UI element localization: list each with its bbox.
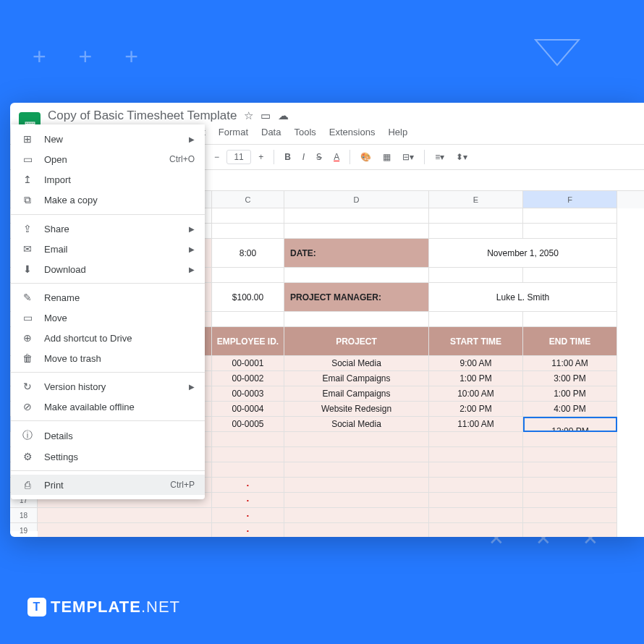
cell[interactable]: PROJECT (284, 327, 429, 356)
cell[interactable]: START TIME (429, 327, 523, 356)
cell[interactable] (212, 224, 284, 239)
borders-button[interactable]: ▦ (378, 149, 395, 165)
menu-item-print[interactable]: ⎙PrintCtrl+P (11, 475, 205, 495)
menu-item-share[interactable]: ⇪Share▶ (11, 219, 205, 239)
cell[interactable] (523, 447, 617, 462)
cell[interactable] (523, 508, 617, 523)
menu-item-add-shortcut-to-drive[interactable]: ⊕Add shortcut to Drive (11, 328, 205, 348)
date-label[interactable]: DATE: (284, 239, 429, 268)
menu-item-rename[interactable]: ✎Rename (11, 287, 205, 308)
col-header[interactable]: F (523, 191, 617, 208)
cell[interactable] (523, 268, 617, 283)
cell[interactable] (212, 208, 284, 224)
menu-item-move[interactable]: ▭Move (11, 308, 205, 328)
cell[interactable] (523, 208, 617, 224)
project-name[interactable]: Email Campaigns (284, 386, 429, 402)
menu-format[interactable]: Format (213, 124, 254, 140)
menu-item-move-to-trash[interactable]: 🗑Move to trash (11, 348, 205, 368)
cell[interactable] (212, 462, 284, 478)
cell[interactable] (212, 447, 284, 462)
employee-id[interactable]: 00-0002 (212, 371, 284, 386)
col-header[interactable]: C (212, 191, 284, 208)
cell[interactable] (284, 268, 429, 283)
row-header[interactable]: 18 (10, 508, 37, 523)
cell[interactable] (429, 462, 523, 478)
cell[interactable]: • (212, 493, 284, 508)
fill-color-button[interactable]: 🎨 (356, 149, 376, 165)
cell[interactable] (38, 523, 212, 537)
menu-item-download[interactable]: ⬇Download▶ (11, 259, 205, 279)
cell[interactable] (429, 478, 523, 493)
menu-extensions[interactable]: Extensions (323, 124, 381, 140)
cell[interactable] (429, 523, 523, 537)
cell[interactable] (212, 268, 284, 283)
cell[interactable] (284, 523, 429, 537)
cell[interactable] (38, 508, 212, 523)
cell[interactable] (284, 432, 429, 447)
menu-item-make-available-offline[interactable]: ⊘Make available offline (11, 397, 205, 417)
strikethrough-button[interactable]: S̶ (312, 149, 326, 165)
start-time[interactable]: 1:00 PM (429, 371, 523, 386)
menu-item-version-history[interactable]: ↻Version history▶ (11, 376, 205, 397)
align-button[interactable]: ≡▾ (431, 149, 449, 165)
start-time[interactable]: 2:00 PM (429, 402, 523, 417)
cell[interactable]: • (212, 523, 284, 537)
menu-tools[interactable]: Tools (288, 124, 321, 140)
cell[interactable] (429, 224, 523, 239)
menu-item-make-a-copy[interactable]: ⧉Make a copy (11, 190, 205, 211)
end-time[interactable]: 1:00 PM (523, 386, 617, 402)
start-time[interactable]: 10:00 AM (429, 386, 523, 402)
cell[interactable] (429, 493, 523, 508)
date-value[interactable]: November 1, 2050 (429, 239, 617, 268)
menu-item-open[interactable]: ▭OpenCtrl+O (11, 149, 205, 169)
cell[interactable] (429, 208, 523, 224)
cell[interactable] (284, 224, 429, 239)
cell[interactable] (284, 478, 429, 493)
end-time[interactable]: 4:00 PM (523, 402, 617, 417)
cell[interactable]: • (212, 508, 284, 523)
cell[interactable] (523, 462, 617, 478)
employee-id[interactable]: 00-0003 (212, 386, 284, 402)
end-time[interactable]: 3:00 PM (523, 371, 617, 386)
cloud-status-icon[interactable]: ☁ (278, 109, 289, 122)
cell[interactable] (523, 493, 617, 508)
project-name[interactable]: Website Redesign (284, 402, 429, 417)
valign-button[interactable]: ⬍▾ (452, 149, 472, 165)
cell[interactable] (284, 462, 429, 478)
bold-button[interactable]: B (280, 149, 295, 165)
move-folder-icon[interactable]: ▭ (260, 109, 271, 122)
menu-item-settings[interactable]: ⚙Settings (11, 446, 205, 467)
project-name[interactable]: Social Media (284, 356, 429, 371)
decrease-font-button[interactable]: − (210, 149, 224, 165)
cell[interactable] (284, 508, 429, 523)
cell[interactable] (212, 432, 284, 447)
pm-label[interactable]: PROJECT MANAGER: (284, 283, 429, 312)
cell[interactable] (523, 523, 617, 537)
project-name[interactable]: Email Campaigns (284, 371, 429, 386)
employee-id[interactable]: 00-0004 (212, 402, 284, 417)
cell[interactable] (523, 312, 617, 327)
document-title[interactable]: Copy of Basic Timesheet Template (48, 109, 237, 123)
text-color-button[interactable]: A (329, 149, 344, 165)
menu-item-import[interactable]: ↥Import (11, 169, 205, 190)
increase-font-button[interactable]: + (254, 149, 268, 165)
col-header[interactable]: E (429, 191, 523, 208)
cell[interactable] (523, 432, 617, 447)
cell[interactable] (523, 478, 617, 493)
project-name[interactable]: Social Media (284, 417, 429, 432)
cell[interactable] (284, 312, 429, 327)
start-time[interactable]: 11:00 AM (429, 417, 523, 432)
cell[interactable]: • (212, 478, 284, 493)
menu-item-new[interactable]: ⊞New▶ (11, 129, 205, 149)
cell[interactable] (429, 432, 523, 447)
italic-button[interactable]: I (298, 149, 309, 165)
spreadsheet-grid[interactable]: 123456789101112131415161718192021 C D E … (10, 191, 644, 531)
cell[interactable] (284, 493, 429, 508)
cell[interactable]: END TIME (523, 327, 617, 356)
cell[interactable] (429, 508, 523, 523)
start-time[interactable]: 9:00 AM (429, 356, 523, 371)
cell[interactable] (284, 447, 429, 462)
cell[interactable] (429, 447, 523, 462)
menu-item-email[interactable]: ✉Email▶ (11, 239, 205, 259)
cell[interactable]: EMPLOYEE ID. (212, 327, 284, 356)
